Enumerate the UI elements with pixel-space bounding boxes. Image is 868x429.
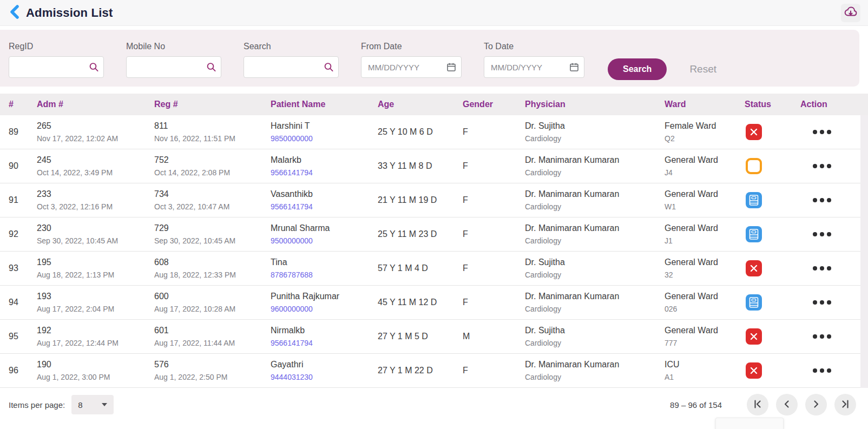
registration-date: Nov 16, 2022, 11:51 PM [154, 135, 271, 143]
previous-page-button[interactable] [776, 394, 798, 415]
age-cell: 33 Y 11 M 8 D [378, 161, 463, 171]
first-page-icon [751, 398, 764, 412]
reset-button[interactable]: Reset [689, 58, 716, 80]
table-row[interactable]: 91 233 Oct 3, 2022, 12:16 PM 734 Oct 3, … [0, 183, 868, 217]
top-bar: Admission List [0, 0, 868, 26]
status-cell [745, 362, 800, 379]
row-index: 93 [9, 263, 37, 273]
ward-name: General Ward [665, 223, 745, 233]
vertical-scrollbar[interactable] [860, 115, 868, 429]
admission-number-cell: 265 Nov 17, 2022, 12:02 AM [37, 121, 154, 143]
status-red-cross-icon[interactable] [746, 362, 762, 379]
col-header-status: Status [745, 100, 800, 109]
first-page-button[interactable] [747, 394, 768, 415]
search-button[interactable]: Search [608, 58, 667, 80]
physician-department: Cardiology [525, 339, 665, 347]
registration-number: 811 [154, 121, 271, 131]
ward-cell: General Ward J1 [665, 223, 745, 246]
table-row[interactable]: 90 245 Oct 14, 2022, 3:49 PM 752 Oct 14,… [0, 149, 868, 183]
physician-cell: Dr. Manimaran Kumaran Cardiology [525, 155, 665, 177]
ward-code: J1 [665, 237, 745, 245]
patient-phone-link[interactable]: 9850000000 [271, 135, 378, 143]
patient-phone-link[interactable]: 9444031230 [271, 373, 378, 381]
patient-name: Vasanthikb [271, 189, 378, 199]
regid-label: RegID [9, 42, 104, 51]
col-header-action: Action [800, 100, 868, 109]
physician-department: Cardiology [525, 135, 665, 143]
registration-number: 600 [154, 292, 271, 301]
table-body: 89 265 Nov 17, 2022, 12:02 AM 811 Nov 16… [0, 115, 868, 388]
patient-phone-link[interactable]: 9566141794 [271, 169, 378, 177]
status-bed-icon[interactable] [746, 226, 762, 242]
gender-cell: F [463, 263, 525, 273]
patient-phone-link[interactable]: 8786787688 [271, 271, 378, 279]
last-page-button[interactable] [834, 394, 856, 415]
tooltip-partial [715, 418, 784, 429]
physician-cell: Dr. Manimaran Kumaran Cardiology [525, 292, 665, 314]
table-row[interactable]: 96 190 Aug 1, 2022, 3:00 PM 576 Aug 1, 2… [0, 354, 868, 388]
row-actions-button[interactable] [800, 232, 868, 236]
ward-cell: General Ward J4 [665, 155, 745, 177]
gender-cell: F [463, 229, 525, 239]
registration-number: 608 [154, 258, 271, 267]
back-button[interactable] [8, 5, 23, 21]
admission-number: 195 [37, 258, 154, 267]
physician-cell: Dr. Manimaran Kumaran Cardiology [525, 360, 665, 382]
search-icon [324, 62, 334, 72]
gender-cell: F [463, 161, 525, 171]
registration-number-cell: 734 Oct 3, 2022, 10:47 AM [154, 189, 271, 212]
row-actions-button[interactable] [800, 198, 868, 202]
patient-phone-link[interactable]: 9566141794 [271, 203, 378, 211]
ward-code: 777 [665, 339, 745, 347]
chevron-left-icon [9, 5, 22, 21]
status-cell [745, 124, 800, 140]
status-red-cross-icon[interactable] [746, 260, 762, 276]
ward-cell: General Ward 32 [665, 258, 745, 280]
table-row[interactable]: 95 192 Aug 17, 2022, 12:44 PM 601 Aug 17… [0, 320, 868, 354]
row-actions-button[interactable] [800, 368, 868, 373]
row-actions-button[interactable] [800, 130, 868, 134]
table-row[interactable]: 92 230 Sep 30, 2022, 10:45 AM 729 Sep 30… [0, 217, 868, 252]
row-actions-button[interactable] [800, 300, 868, 305]
admission-number: 192 [37, 326, 154, 335]
status-red-cross-icon[interactable] [746, 124, 762, 140]
age-cell: 25 Y 10 M 6 D [378, 127, 463, 137]
last-page-icon [839, 398, 852, 412]
status-red-cross-icon[interactable] [746, 328, 762, 345]
row-actions-button[interactable] [800, 334, 868, 339]
row-index: 94 [9, 298, 37, 307]
row-actions-button[interactable] [800, 266, 868, 270]
row-index: 91 [9, 195, 37, 205]
registration-date: Aug 17, 2022, 10:28 AM [154, 305, 271, 313]
admission-number-cell: 230 Sep 30, 2022, 10:45 AM [37, 223, 154, 246]
next-page-button[interactable] [805, 394, 827, 415]
status-bed-icon[interactable] [746, 192, 762, 208]
status-cell [745, 294, 800, 311]
physician-cell: Dr. Manimaran Kumaran Cardiology [525, 189, 665, 212]
physician-cell: Dr. Sujitha Cardiology [525, 326, 665, 348]
registration-number-cell: 600 Aug 17, 2022, 10:28 AM [154, 292, 271, 314]
calendar-icon[interactable] [569, 62, 580, 72]
physician-cell: Dr. Sujitha Cardiology [525, 258, 665, 280]
status-vacant-icon[interactable] [746, 158, 762, 174]
row-actions-button[interactable] [800, 164, 868, 168]
table-row[interactable]: 94 193 Aug 17, 2022, 2:04 PM 600 Aug 17,… [0, 286, 868, 320]
patient-name: Tina [271, 258, 378, 267]
status-bed-icon[interactable] [746, 294, 762, 311]
registration-number-cell: 752 Oct 14, 2022, 2:08 PM [154, 155, 271, 177]
registration-number: 576 [154, 360, 271, 369]
patient-phone-link[interactable]: 9500000000 [271, 237, 378, 245]
physician-department: Cardiology [525, 373, 665, 381]
export-button[interactable] [841, 4, 860, 22]
table-row[interactable]: 89 265 Nov 17, 2022, 12:02 AM 811 Nov 16… [0, 115, 868, 149]
gender-cell: M [463, 332, 525, 341]
status-cell [745, 192, 800, 208]
patient-phone-link[interactable]: 9600000000 [271, 305, 378, 313]
items-per-page-select[interactable]: 8 [71, 395, 114, 414]
calendar-icon[interactable] [446, 62, 457, 72]
patient-phone-link[interactable]: 9566141794 [271, 339, 378, 347]
table-row[interactable]: 93 195 Aug 18, 2022, 1:13 PM 608 Aug 18,… [0, 252, 868, 286]
admission-date: Aug 17, 2022, 2:04 PM [37, 305, 154, 313]
admission-number-cell: 195 Aug 18, 2022, 1:13 PM [37, 258, 154, 280]
admission-number-cell: 193 Aug 17, 2022, 2:04 PM [37, 292, 154, 314]
